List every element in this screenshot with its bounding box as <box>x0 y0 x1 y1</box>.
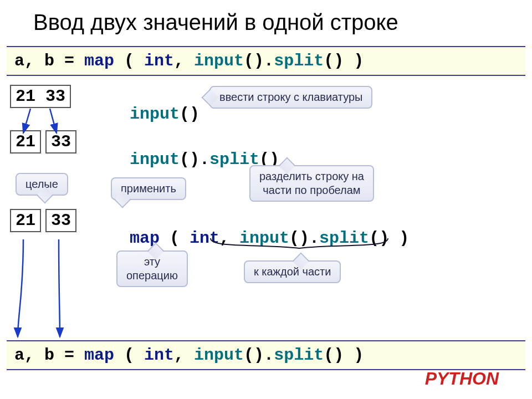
code-token: int <box>144 52 174 70</box>
callout-text: операцию <box>126 269 178 282</box>
code-token: (). <box>244 346 274 365</box>
code-token: input <box>194 52 244 70</box>
value-box-33: 33 <box>45 130 76 154</box>
value-box-21: 21 <box>10 130 41 154</box>
code-token: input <box>130 150 180 169</box>
code-token: ( <box>160 229 190 248</box>
code-token: a, b = <box>14 346 84 365</box>
callout-text: разделить строку на <box>259 170 364 182</box>
code-token: map <box>84 52 114 70</box>
value-box-combined: 21 33 <box>10 85 71 108</box>
callout-text: части по пробелам <box>263 184 360 196</box>
code-token: a, b = <box>14 52 84 70</box>
code-token: input <box>239 229 289 248</box>
code-token: (). <box>180 150 209 169</box>
code-token: ( <box>114 52 144 70</box>
code-bar-bottom: a, b = map ( int, input().split() ) <box>7 340 525 370</box>
code-token: int <box>190 229 219 248</box>
callout-text: к каждой части <box>254 265 331 278</box>
code-token: () ) <box>324 52 364 70</box>
code-token: map <box>84 346 114 365</box>
callout-text: ввести строку с клавиатуры <box>219 91 362 103</box>
page-title: Ввод двух значений в одной строке <box>0 0 532 43</box>
callout-apply: применить <box>111 177 186 200</box>
code-token: (). <box>289 229 319 248</box>
value-box-21: 21 <box>10 209 41 232</box>
code-token: (). <box>244 52 274 70</box>
value-box-33: 33 <box>45 209 76 232</box>
code-token: () <box>180 105 200 124</box>
code-token: , <box>219 229 239 248</box>
code-token: , <box>174 52 194 70</box>
code-token: input <box>194 346 244 365</box>
language-label: PYTHON <box>425 369 499 389</box>
code-token: () ) <box>369 229 409 248</box>
callout-each-part: к каждой части <box>244 260 341 283</box>
callout-text: применить <box>121 182 176 195</box>
code-token: , <box>174 346 194 365</box>
callout-split: разделить строку на части по пробелам <box>249 165 374 202</box>
callout-text: целые <box>25 178 58 190</box>
code-bar-top: a, b = map ( int, input().split() ) <box>7 46 525 76</box>
code-token: split <box>274 346 324 365</box>
code-token: input <box>130 105 180 124</box>
callout-ints: целые <box>16 173 68 196</box>
code-token: () ) <box>324 346 364 365</box>
callout-this-op: эту операцию <box>116 250 188 287</box>
code-token: ( <box>114 346 144 365</box>
code-token: split <box>319 229 369 248</box>
code-token: split <box>274 52 324 70</box>
code-token: int <box>144 346 174 365</box>
callout-input: ввести строку с клавиатуры <box>209 86 372 109</box>
